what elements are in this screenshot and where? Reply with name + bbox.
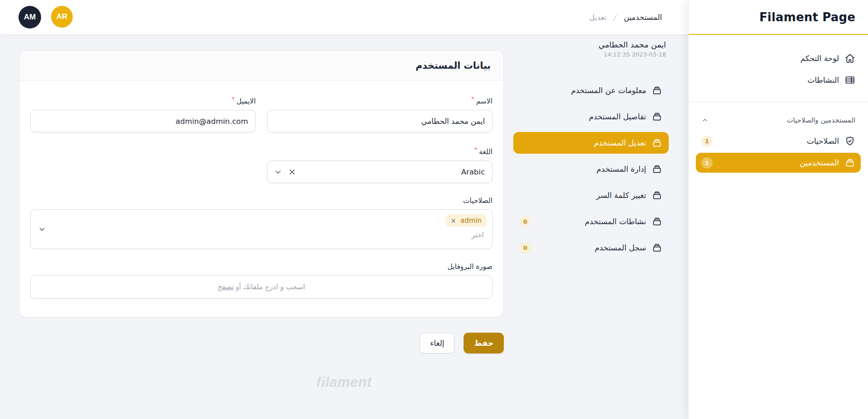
- section-item-label: تعديل المستخدم: [594, 138, 646, 147]
- required-asterisk: *: [471, 95, 474, 102]
- sidebar-item-dashboard[interactable]: لوحة التحكم: [696, 48, 861, 68]
- form-actions: حفظ إلغاء: [19, 333, 504, 353]
- email-input[interactable]: [30, 110, 256, 132]
- section-item-label: معلومات عن المستخدم: [571, 86, 646, 95]
- activities-count-badge: 0: [520, 216, 531, 227]
- section-item-label: تفاصيل المستخدم: [589, 112, 646, 121]
- brand-title[interactable]: Filament Page: [701, 10, 855, 24]
- breadcrumb-separator: /: [613, 13, 618, 22]
- email-field-group: الايميل*: [30, 95, 256, 132]
- grid-spacer: [30, 146, 256, 183]
- chevron-up-icon[interactable]: [701, 117, 708, 124]
- edit-user-form: بيانات المستخدم الاسم* الايميل*: [19, 50, 504, 353]
- record-header: ايمن محمد الحطامي 14:12:35 2023-03-18: [513, 40, 669, 58]
- language-select[interactable]: Arabic: [267, 160, 493, 183]
- section-item-label: نشاطات المستخدم: [585, 217, 646, 226]
- name-field-group: الاسم*: [267, 95, 493, 132]
- sidebar-group-users-roles[interactable]: المستخدمين والصلاحيات: [696, 112, 861, 128]
- breadcrumb-users-link[interactable]: المستخدمين: [624, 13, 662, 22]
- profile-image-dropzone[interactable]: اسحب و ادرج ملفاتك أو تصفح: [30, 275, 493, 299]
- record-timestamp: 14:12:35 2023-03-18: [516, 51, 666, 58]
- language-field-group: اللغة* Arabic: [267, 146, 493, 183]
- card-header: بيانات المستخدم: [19, 51, 503, 81]
- section-item-user-activities[interactable]: نشاطات المستخدم 0: [513, 211, 669, 232]
- user-data-card: بيانات المستخدم الاسم* الايميل*: [19, 50, 504, 317]
- section-item-label: إدارة المستخدم: [596, 165, 646, 174]
- archive-box-icon: [652, 242, 662, 253]
- breadcrumb-edit-page: تعديل: [589, 13, 606, 22]
- remove-tag-icon[interactable]: [450, 218, 456, 224]
- language-selected-value: Arabic: [461, 168, 485, 176]
- sidebar-item-activities[interactable]: النشاطات: [696, 70, 861, 90]
- sidebar-item-label: الصلاحيات: [807, 137, 839, 146]
- sidebar-item-roles[interactable]: الصلاحيات 1: [696, 131, 861, 151]
- archive-box-icon: [652, 164, 662, 174]
- breadcrumb: المستخدمين / تعديل: [589, 13, 662, 22]
- dropzone-text: اسحب و ادرج ملفاتك أو: [236, 283, 305, 291]
- section-item-change-password[interactable]: تغيير كلمة السر: [513, 184, 669, 206]
- main-sidebar: Filament Page لوحة التحكم النشاطات المست…: [688, 0, 868, 419]
- archive-box-icon: [652, 85, 662, 96]
- section-item-manage-user[interactable]: إدارة المستخدم: [513, 158, 669, 180]
- card-title: بيانات المستخدم: [32, 60, 491, 71]
- main-area: المستخدمين / تعديل AM AR ايمن محمد الحطا…: [0, 0, 688, 419]
- sidebar-item-label: النشاطات: [807, 75, 839, 85]
- cancel-button[interactable]: إلغاء: [420, 333, 455, 353]
- roles-placeholder: اختر: [36, 231, 487, 239]
- section-item-edit-user[interactable]: تعديل المستخدم: [513, 132, 669, 154]
- language-label: اللغة*: [267, 146, 493, 156]
- card-body: الاسم* الايميل* اللغة*: [19, 81, 503, 317]
- avatar-group: AM AR: [19, 6, 73, 28]
- topbar: المستخدمين / تعديل AM AR: [0, 0, 688, 35]
- page-content: ايمن محمد الحطامي 14:12:35 2023-03-18 مع…: [0, 35, 688, 353]
- users-count-badge: 1: [701, 157, 713, 169]
- log-count-badge: 0: [520, 242, 531, 254]
- name-input[interactable]: [267, 110, 493, 132]
- sidebar-item-label: المستخدمين: [800, 158, 839, 167]
- roles-label: الصلاحيات: [30, 197, 493, 205]
- avatar-ar[interactable]: AR: [51, 6, 73, 28]
- section-item-label: سجل المستخدم: [595, 243, 646, 252]
- archive-box-icon: [845, 157, 855, 168]
- email-label: الايميل*: [30, 95, 256, 105]
- sidebar-divider: [689, 102, 868, 102]
- section-item-user-log[interactable]: سجل المستخدم 0: [513, 237, 669, 259]
- record-section-items: معلومات عن المستخدم تفاصيل المستخدم تعدي…: [513, 80, 669, 259]
- sidebar-item-users[interactable]: المستخدمين 1: [696, 153, 861, 173]
- sidebar-item-label: لوحة التحكم: [800, 54, 839, 63]
- name-label: الاسم*: [267, 95, 493, 105]
- filament-watermark: filament: [0, 374, 688, 391]
- chevron-down-icon[interactable]: [274, 168, 282, 176]
- record-section-nav: ايمن محمد الحطامي 14:12:35 2023-03-18 مع…: [513, 40, 669, 263]
- archive-box-icon: [652, 111, 662, 122]
- sidebar-brand: Filament Page: [689, 0, 868, 35]
- roles-multiselect[interactable]: admin اختر: [30, 209, 493, 249]
- record-user-name: ايمن محمد الحطامي: [516, 40, 666, 49]
- section-item-user-info[interactable]: معلومات عن المستخدم: [513, 80, 669, 101]
- clear-selection-icon[interactable]: [288, 168, 296, 176]
- sidebar-nav: لوحة التحكم النشاطات المستخدمين والصلاحي…: [689, 35, 868, 182]
- archive-box-icon: [652, 216, 662, 227]
- shield-check-icon: [845, 136, 855, 146]
- browse-files-link[interactable]: تصفح: [218, 283, 234, 291]
- home-icon: [845, 53, 855, 64]
- section-item-user-details[interactable]: تفاصيل المستخدم: [513, 106, 669, 127]
- required-asterisk: *: [232, 95, 235, 102]
- avatar-label: صورة البروفايل: [30, 263, 493, 271]
- required-asterisk: *: [474, 146, 478, 153]
- sidebar-group-label: المستخدمين والصلاحيات: [787, 116, 855, 124]
- archive-box-icon: [652, 137, 662, 148]
- archive-box-icon: [652, 190, 662, 201]
- roles-field-group: الصلاحيات admin اختر: [30, 197, 493, 249]
- save-button[interactable]: حفظ: [464, 333, 504, 353]
- avatar-am[interactable]: AM: [19, 6, 41, 28]
- section-item-label: تغيير كلمة السر: [596, 191, 647, 200]
- chevron-down-icon[interactable]: [38, 225, 46, 233]
- avatar-field-group: صورة البروفايل اسحب و ادرج ملفاتك أو تصف…: [30, 263, 493, 299]
- role-tag-admin: admin: [446, 214, 487, 227]
- role-tag-label: admin: [460, 217, 482, 225]
- table-icon: [845, 75, 855, 85]
- roles-count-badge: 1: [701, 136, 713, 147]
